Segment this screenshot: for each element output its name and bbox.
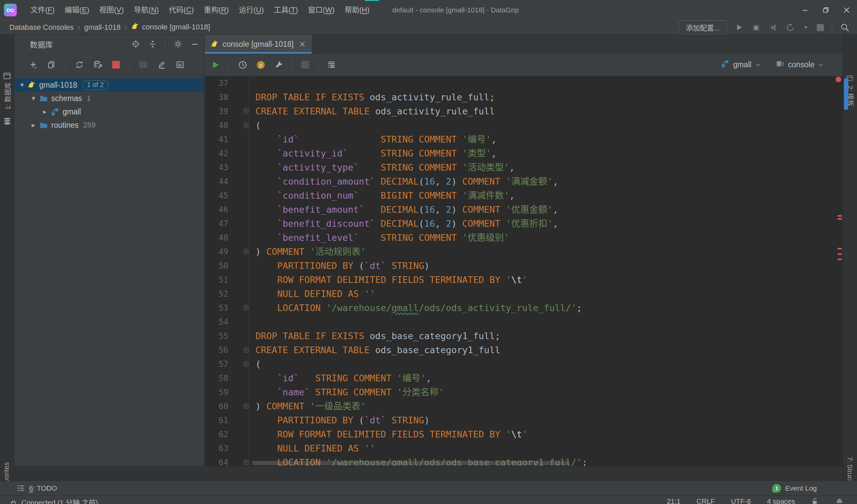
close-window-icon[interactable] [836,0,857,20]
error-stripe-mark[interactable] [838,253,842,255]
editor-pane: console [gmall-1018] × p gmall console [205,35,843,466]
playgreen-icon[interactable] [211,60,220,70]
locate-icon[interactable] [131,39,140,49]
pencil-icon[interactable] [157,60,166,69]
refresh-icon[interactable] [75,60,84,69]
line-separator[interactable]: CRLF [696,497,715,504]
fold-start-icon[interactable] [244,361,248,367]
console-icon [776,59,785,70]
menu-H[interactable]: 帮助(H) [340,0,375,20]
tree-item-count: 259 [83,121,96,129]
stopdim2-icon[interactable] [817,24,824,31]
menu-F[interactable]: 文件(F) [26,0,60,20]
event-count-badge: 1 [772,484,781,493]
caret-position[interactable]: 21:1 [667,497,680,504]
datagrip-logo: DG [4,4,17,16]
wrench-icon[interactable] [274,60,284,70]
code-editor[interactable]: 3738DROP TABLE IF EXISTS ods_activity_ru… [205,76,843,466]
tree-item-gmall[interactable]: ▶gmall [14,105,204,118]
fold-end-icon[interactable] [244,249,248,254]
fold-start-icon[interactable] [244,122,248,128]
error-stripe-mark[interactable] [838,248,842,249]
restart-icon[interactable] [786,23,795,32]
mysql-icon [28,81,36,89]
caret-collapsed-icon[interactable]: ▶ [30,122,37,128]
code-line: 41 `id` STRING COMMENT '编号', [205,133,843,146]
stopred-icon[interactable] [112,61,120,69]
indent-setting[interactable]: 4 spaces [767,497,795,504]
playdim-icon[interactable] [735,23,743,32]
minimize2-icon[interactable] [190,40,199,49]
tabledim-icon[interactable] [139,60,148,69]
menu-V[interactable]: 视图(V) [94,0,129,20]
connection-status[interactable]: Connected (1 分钟 之前) [10,497,98,504]
ql-icon[interactable]: QL [176,60,185,69]
code-line: 63 NULL DEFINED AS '' [205,441,843,455]
menu-T[interactable]: 工具(T) [269,0,303,20]
runto-icon[interactable] [769,23,778,32]
caret-expanded-icon[interactable]: ▼ [30,95,37,101]
error-stripe-mark[interactable] [838,259,842,260]
error-stripe-mark[interactable] [838,215,842,217]
run-toolbar: 添加配置... [678,20,857,34]
caret-collapsed-icon[interactable]: ▶ [41,109,49,115]
menu-U[interactable]: 运行(U) [234,0,269,20]
tree-item-routines[interactable]: ▶routines259 [14,118,204,132]
plug-icon [10,498,17,504]
tree-item-schemas[interactable]: ▼schemas1 [14,92,204,105]
error-indicator-icon[interactable] [836,76,841,82]
gear-icon[interactable] [173,39,182,49]
output-icon[interactable] [327,60,336,70]
progress-accent-line [365,0,379,1]
plus-icon[interactable] [29,60,38,69]
database-cylinder-icon[interactable] [3,117,12,127]
breadcrumb-item[interactable]: gmall-1018 [84,23,120,32]
inspections-profile-icon[interactable] [835,497,844,504]
stripe-button-database[interactable]: 1: 数据库 [3,82,12,110]
vertical-scrollbar[interactable] [844,78,848,110]
event-log-button[interactable]: 1 Event Log [772,484,857,493]
code-line: 43 `activity_type` STRING COMMENT '活动类型'… [205,160,843,175]
horizontal-scrollbar[interactable] [252,461,570,465]
line-number: 64 [205,455,228,466]
close-tab-icon[interactable]: × [299,39,306,49]
copy-icon[interactable] [47,60,56,69]
minimize-window-icon[interactable] [795,0,816,20]
restore-window-icon[interactable] [816,0,836,20]
file-encoding[interactable]: UTF-8 [731,497,751,504]
stopdim-icon[interactable] [301,61,309,69]
console-selector[interactable]: console [776,59,824,70]
fold-end-icon[interactable] [244,305,248,310]
caretdn-icon[interactable] [803,24,809,31]
fold-start-icon[interactable] [244,347,248,352]
syncdb-icon[interactable] [94,60,103,70]
tree-item-gmall-1018[interactable]: ▼gmall-10181 of 2 [14,78,204,92]
breadcrumb-item[interactable]: Database Consoles [10,23,74,32]
collapse-icon[interactable] [148,40,157,49]
fold-end-icon[interactable] [244,403,248,409]
menu-R[interactable]: 重构(R) [199,0,234,20]
error-stripe-mark[interactable] [838,218,842,220]
unlock-icon[interactable] [811,497,819,504]
line-number: 58 [205,371,228,385]
todo-tool-button[interactable]: 6: TODO [17,484,57,492]
fold-end-icon[interactable] [244,459,248,465]
schema-icon [51,107,60,116]
paramp-icon[interactable]: p [256,60,266,70]
add-configuration-button[interactable]: 添加配置... [678,20,727,34]
menu-C[interactable]: 代码(C) [164,0,199,20]
line-number: 57 [205,357,228,371]
menu-N[interactable]: 导航(N) [129,0,164,20]
caret-expanded-icon[interactable]: ▼ [18,82,26,88]
schema-selector[interactable]: gmall [721,59,761,70]
search-icon[interactable] [840,23,850,32]
menu-W[interactable]: 窗口(W) [303,0,339,20]
line-number: 41 [205,133,228,146]
breadcrumb-item[interactable]: console [gmall-1018] [131,22,210,33]
menu-E[interactable]: 编辑(E) [60,0,94,20]
code-line: 37 [205,76,843,90]
bug-icon[interactable] [752,23,760,32]
clock-icon[interactable] [238,60,247,70]
fold-start-icon[interactable] [244,108,248,114]
tab-console-gmall-1018[interactable]: console [gmall-1018] × [205,35,312,53]
